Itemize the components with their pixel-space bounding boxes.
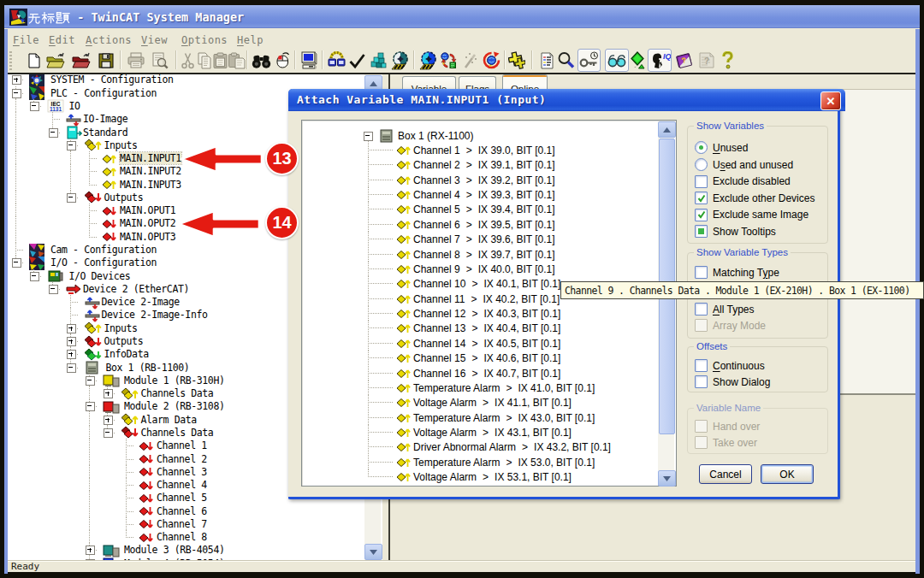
collapse-minus-icon[interactable] xyxy=(364,132,373,141)
dialog-variable-channel-8[interactable]: Channel 8>IX 39.7, BIT [0.1] xyxy=(302,247,676,262)
dialog-variable-channel-4[interactable]: Channel 4>IX 39.3, BIT [0.1] xyxy=(302,187,676,202)
toolbar-open-from-target-button[interactable] xyxy=(70,50,92,71)
expand-plus-icon[interactable] xyxy=(67,337,76,346)
toolbar-reload-io-button[interactable] xyxy=(483,50,500,71)
dialog-variable-channel-12[interactable]: Channel 12>IX 40.3, BIT [0.1] xyxy=(302,306,676,321)
toolbar-show-io-button[interactable]: IQ xyxy=(648,49,672,72)
collapse-minus-icon[interactable] xyxy=(49,128,58,138)
menu-options[interactable]: Options xyxy=(181,31,228,46)
toolbar-about-button[interactable] xyxy=(721,50,733,71)
toolbar-restart-twincat-button[interactable] xyxy=(440,50,456,71)
toolbar-open-button[interactable] xyxy=(44,50,67,71)
tree-item-channel-8[interactable]: Channel 8 xyxy=(8,530,364,544)
toolbar-free-run-button[interactable] xyxy=(630,50,645,71)
toolbar-paste-special-button xyxy=(228,50,245,71)
toolbar-find-button[interactable] xyxy=(252,50,271,71)
dialog-variable-channel-1[interactable]: Channel 1>IX 39.0, BIT [0.1] xyxy=(302,143,676,157)
menu-file[interactable]: File xyxy=(13,31,39,46)
dialog-tree-scrollbar[interactable] xyxy=(658,121,674,485)
toolbar-help-book-button[interactable]: ? xyxy=(676,50,692,71)
variable-name: Channel 14 xyxy=(413,338,465,350)
dialog-variable-temperature-alarm[interactable]: Temperature Alarm>IX 41.0, BIT [0.1] xyxy=(302,380,676,395)
tree-item-module-3-rb-4054-[interactable]: Module 3 (RB-4054) xyxy=(8,543,364,557)
dialog-variable-channel-15[interactable]: Channel 15>IX 40.6, BIT [0.1] xyxy=(302,351,676,365)
dialog-variable-channel-2[interactable]: Channel 2>IX 39.1, BIT [0.1] xyxy=(302,157,676,172)
dialog-variable-channel-16[interactable]: Channel 16>IX 40.7, BIT [0.1] xyxy=(302,366,676,380)
collapse-minus-icon[interactable] xyxy=(12,89,21,98)
toolbar-zoom-button[interactable] xyxy=(557,50,574,71)
checkbox-exclude-same-image[interactable]: Exclude same Image xyxy=(695,209,808,221)
checkbox-all-types[interactable]: All Types xyxy=(695,303,754,316)
dialog-variable-temperature-alarm[interactable]: Temperature Alarm>IX 43.0, BIT [0.1] xyxy=(302,410,676,425)
expand-plus-icon[interactable] xyxy=(67,350,76,359)
checkbox-matching-type[interactable]: Matching Type xyxy=(695,266,779,279)
dialog-variable-label: Voltage Alarm>IX 53.1, BIT [0.1] xyxy=(413,471,572,483)
toolbar-generate-mappings-button[interactable] xyxy=(370,50,386,71)
var-input-icon xyxy=(396,292,413,305)
toolbar-watch-view-button[interactable] xyxy=(605,49,629,72)
dialog-variable-channel-5[interactable]: Channel 5>IX 39.4, BIT [0.1] xyxy=(302,202,676,216)
checkbox-exclude-disabled[interactable]: Exclude disabled xyxy=(695,175,791,188)
dialog-variable-voltage-alarm[interactable]: Voltage Alarm>IX 53.1, BIT [0.1] xyxy=(302,469,676,484)
expand-plus-icon[interactable] xyxy=(86,546,95,555)
option-label: Show Tooltips xyxy=(713,226,776,238)
option-label: Hand over xyxy=(713,421,760,433)
collapse-minus-icon[interactable] xyxy=(12,258,21,268)
checkbox-continuous[interactable]: Continuous xyxy=(695,359,765,372)
dialog-variable-voltage-alarm[interactable]: Voltage Alarm>IX 41.1, BIT [0.1] xyxy=(302,395,676,410)
collapse-minus-icon[interactable] xyxy=(67,141,76,150)
toolbar-check-addresses-button[interactable] xyxy=(391,50,409,71)
toolbar-link-variables-button[interactable] xyxy=(328,50,345,71)
dialog-variable-channel-9[interactable]: Channel 9>IX 40.0, BIT [0.1] xyxy=(302,262,676,276)
collapse-minus-icon[interactable] xyxy=(49,285,58,294)
radio-unused[interactable]: Unused xyxy=(695,141,748,154)
cancel-button[interactable]: Cancel xyxy=(699,464,752,484)
dialog-variable-channel-7[interactable]: Channel 7>IX 39.6, BIT [0.1] xyxy=(302,232,676,246)
checkbox-exclude-other-devices[interactable]: Exclude other Devices xyxy=(695,192,814,204)
toolbar-properties-button[interactable] xyxy=(541,50,553,71)
tree-item-channel-7[interactable]: Channel 7 xyxy=(8,517,364,531)
tree-item-system-configuration[interactable]: SYSTEM - Configuration xyxy=(8,74,364,86)
toolbar-scan-devices-button[interactable] xyxy=(509,50,524,71)
toolbar-save-button[interactable] xyxy=(96,50,116,71)
collapse-minus-icon[interactable] xyxy=(67,193,76,203)
dialog-variable-voltage-alarm[interactable]: Voltage Alarm>IX 43.1, BIT [0.1] xyxy=(302,425,676,439)
collapse-minus-icon[interactable] xyxy=(30,102,39,111)
dialog-tree-root[interactable]: Box 1 (RX-1100) xyxy=(302,128,676,143)
scroll-down-icon[interactable] xyxy=(364,544,382,560)
ok-button[interactable]: OK xyxy=(761,464,814,484)
expand-plus-icon[interactable] xyxy=(104,416,113,425)
toolbar-activate-config-button[interactable] xyxy=(419,50,436,71)
collapse-minus-icon[interactable] xyxy=(86,402,95,411)
menu-view[interactable]: View xyxy=(141,31,168,46)
checkbox-show-tooltips[interactable]: Show Tooltips xyxy=(695,225,776,238)
expand-plus-icon[interactable] xyxy=(67,324,76,333)
dialog-close-button[interactable]: ✕ xyxy=(820,91,841,110)
collapse-minus-icon[interactable] xyxy=(86,376,95,386)
collapse-minus-icon[interactable] xyxy=(30,272,39,281)
toolbar-grip[interactable] xyxy=(9,51,12,70)
dialog-variable-channel-6[interactable]: Channel 6>IX 39.5, BIT [0.1] xyxy=(302,217,676,232)
dialog-variable-channel-3[interactable]: Channel 3>IX 39.2, BIT [0.1] xyxy=(302,173,676,187)
toolbar-new-button[interactable] xyxy=(25,50,44,71)
menu-help[interactable]: Help xyxy=(237,31,264,46)
dialog-variable-temperature-alarm[interactable]: Temperature Alarm>IX 53.0, BIT [0.1] xyxy=(302,455,676,469)
dialog-variable-driver-abnormal-alarm[interactable]: Driver Abnormal Alarm>IX 43.2, BIT [0.1] xyxy=(302,439,676,454)
tree-item-channel-6[interactable]: Channel 6 xyxy=(8,504,364,518)
checkbox-show-dialog[interactable]: Show Dialog xyxy=(695,375,770,388)
toolbar-check-config-button[interactable] xyxy=(349,50,365,71)
menu-actions[interactable]: Actions xyxy=(86,31,132,46)
radio-used-and-unused[interactable]: Used and unused xyxy=(695,158,793,171)
menu-edit[interactable]: Edit xyxy=(49,31,75,46)
dialog-variable-channel-13[interactable]: Channel 13>IX 40.4, BIT [0.1] xyxy=(302,321,676,335)
expand-plus-icon[interactable] xyxy=(12,75,21,85)
dialog-variable-channel-14[interactable]: Channel 14>IX 40.5, BIT [0.1] xyxy=(302,336,676,351)
collapse-minus-icon[interactable] xyxy=(104,428,113,438)
expand-plus-icon[interactable] xyxy=(104,389,113,398)
toolbar-mouse-button[interactable] xyxy=(274,50,292,71)
collapse-minus-icon[interactable] xyxy=(67,363,76,373)
scroll-up-icon[interactable] xyxy=(658,121,676,138)
toolbar-log-view-button[interactable] xyxy=(578,49,601,72)
toolbar-target-system-button[interactable] xyxy=(300,50,318,71)
scroll-down-icon[interactable] xyxy=(658,470,676,487)
